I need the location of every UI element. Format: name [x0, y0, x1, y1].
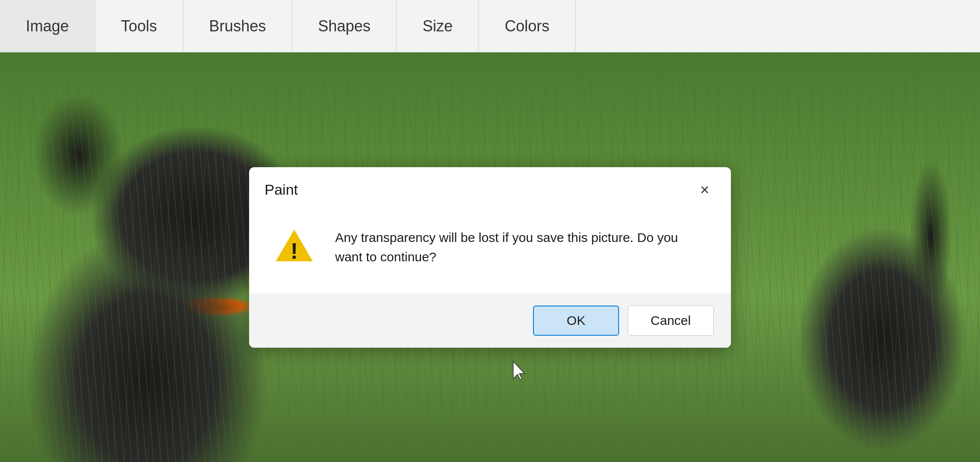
tab-brushes-label: Brushes [209, 17, 266, 35]
dialog-content: ! Any transparency will be lost if you s… [249, 209, 731, 294]
ok-label: OK [567, 313, 585, 328]
ok-button[interactable]: OK [533, 306, 619, 336]
dialog-footer: OK Cancel [249, 294, 731, 348]
dialog-message-line2: want to continue? [335, 250, 436, 264]
svg-marker-2 [513, 361, 524, 379]
tab-colors-label: Colors [505, 17, 549, 35]
tab-shapes[interactable]: Shapes [292, 0, 397, 52]
dialog-message-line1: Any transparency will be lost if you sav… [335, 230, 678, 245]
tab-brushes[interactable]: Brushes [183, 0, 292, 52]
dialog-message: Any transparency will be lost if you sav… [335, 228, 705, 266]
tab-colors[interactable]: Colors [479, 0, 576, 52]
tab-image[interactable]: Image [0, 0, 95, 52]
dialog-title: Paint [265, 181, 298, 198]
tab-image-label: Image [26, 17, 69, 35]
tab-shapes-label: Shapes [318, 17, 370, 35]
warning-icon: ! [275, 228, 314, 266]
cancel-button[interactable]: Cancel [628, 306, 714, 336]
svg-text:!: ! [290, 239, 298, 263]
dialog-overlay: Paint × ! Any transparency will be lost … [0, 52, 980, 462]
tab-size[interactable]: Size [397, 0, 479, 52]
dialog-titlebar: Paint × [249, 167, 731, 209]
cancel-label: Cancel [650, 313, 690, 328]
tab-tools-label: Tools [121, 17, 157, 35]
close-icon: × [700, 181, 709, 199]
tab-tools[interactable]: Tools [95, 0, 183, 52]
cursor [512, 361, 529, 382]
canvas-area: Paint × ! Any transparency will be lost … [0, 52, 980, 462]
toolbar: Image Tools Brushes Shapes Size Colors [0, 0, 980, 52]
dialog-close-button[interactable]: × [694, 179, 715, 201]
tab-size-label: Size [422, 17, 453, 35]
dialog-box: Paint × ! Any transparency will be lost … [249, 167, 731, 348]
